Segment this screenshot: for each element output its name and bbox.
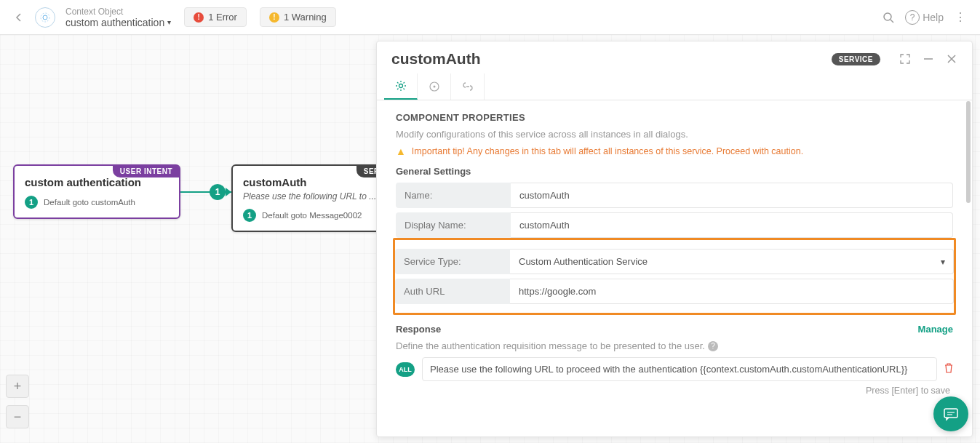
user-intent-tag: USER INTENT: [113, 165, 180, 177]
goto-text: Default goto Message0002: [262, 211, 362, 220]
svg-rect-8: [944, 409, 957, 418]
error-pill[interactable]: ! 1 Error: [184, 7, 247, 27]
tab-connections[interactable]: [451, 73, 485, 100]
back-button[interactable]: [9, 7, 29, 28]
zoom-controls: + −: [6, 375, 29, 428]
node-title: customAuth: [243, 176, 394, 188]
app-icon: [35, 7, 55, 28]
section-desc: Modify configurations of this service ac…: [396, 129, 953, 140]
name-input[interactable]: [511, 183, 953, 208]
service-badge: SERVICE: [832, 53, 880, 65]
topbar: Context Object custom authentication ▾ !…: [0, 0, 980, 35]
gear-icon: [395, 80, 407, 92]
general-settings-title: General Settings: [396, 166, 953, 177]
tab-settings[interactable]: [384, 73, 418, 100]
hint-text: Press [Enter] to save: [396, 386, 950, 396]
display-name-label: Display Name:: [396, 212, 511, 238]
manage-link[interactable]: Manage: [918, 324, 953, 335]
close-button[interactable]: [943, 50, 960, 68]
connector-badge[interactable]: 1: [210, 184, 226, 200]
field-display-name: Display Name:: [396, 212, 953, 238]
help-label: Help: [923, 12, 944, 23]
display-name-input[interactable]: [511, 212, 953, 238]
error-label: 1 Error: [208, 12, 237, 23]
alert-text: Important tip! Any changes in this tab w…: [412, 146, 803, 156]
step-badge: 1: [25, 196, 38, 209]
name-label: Name:: [396, 183, 511, 208]
field-service-type: Service Type: Custom Authentication Serv…: [395, 249, 954, 274]
panel-body: COMPONENT PROPERTIES Modify configuratio…: [377, 100, 972, 436]
panel-header: customAuth SERVICE: [377, 41, 972, 73]
node-goto: 1 Default goto customAuth: [25, 196, 169, 209]
zoom-in-button[interactable]: +: [6, 375, 29, 398]
svg-point-7: [433, 86, 435, 88]
breadcrumb-label: Context Object: [65, 7, 171, 17]
panel-title: customAuth: [391, 50, 832, 68]
field-name: Name:: [396, 183, 953, 208]
tab-instance[interactable]: [418, 73, 451, 100]
section-title: COMPONENT PROPERTIES: [396, 112, 953, 123]
all-badge: ALL: [396, 362, 415, 377]
service-type-label: Service Type:: [395, 249, 510, 274]
response-desc-text: Define the authentication requisition me…: [396, 340, 705, 351]
help-tooltip-icon[interactable]: ?: [708, 341, 718, 351]
help-button[interactable]: ? Help: [905, 10, 944, 25]
response-header: Response Manage: [396, 324, 953, 335]
target-icon: [429, 81, 440, 92]
response-input[interactable]: [422, 357, 937, 381]
properties-panel: customAuth SERVICE COMPONENT PROPERTIES …: [376, 41, 973, 437]
breadcrumb-dropdown[interactable]: custom authentication ▾: [65, 17, 171, 28]
node-goto: 1 Default goto Message0002: [243, 209, 394, 222]
chat-fab[interactable]: [933, 396, 968, 431]
svg-line-3: [891, 20, 893, 23]
field-auth-url: Auth URL: [395, 279, 954, 304]
zoom-out-button[interactable]: −: [6, 405, 29, 428]
delete-icon[interactable]: [944, 363, 953, 375]
warning-icon: !: [269, 12, 279, 23]
svg-point-1: [41, 13, 49, 22]
warning-triangle-icon: ▲: [396, 145, 406, 157]
chevron-down-icon: ▾: [167, 18, 171, 26]
service-type-select[interactable]: Custom Authentication Service: [510, 249, 954, 274]
step-badge: 1: [243, 209, 256, 222]
node-title: custom authentication: [25, 176, 169, 188]
highlighted-section: Service Type: Custom Authentication Serv…: [393, 238, 956, 315]
response-title: Response: [396, 324, 918, 335]
scrollbar-thumb[interactable]: [966, 101, 971, 203]
node-subtitle: Please use the following URL to ...: [243, 191, 394, 201]
auth-url-label: Auth URL: [395, 279, 510, 304]
minimize-button[interactable]: [920, 50, 937, 68]
svg-point-0: [43, 15, 47, 20]
breadcrumb-value-text: custom authentication: [65, 17, 164, 28]
breadcrumb: Context Object custom authentication ▾: [65, 7, 171, 28]
alert-row: ▲ Important tip! Any changes in this tab…: [396, 145, 953, 157]
connector-arrow-icon: [226, 188, 231, 196]
expand-button[interactable]: [896, 50, 914, 68]
warning-label: 1 Warning: [284, 12, 327, 23]
svg-point-2: [884, 13, 891, 20]
link-icon: [462, 81, 474, 92]
node-user-intent[interactable]: USER INTENT custom authentication 1 Defa…: [13, 164, 180, 219]
response-row: ALL: [396, 357, 953, 381]
response-desc: Define the authentication requisition me…: [396, 340, 953, 351]
help-icon: ?: [905, 10, 920, 25]
panel-tabs: [377, 73, 972, 100]
svg-point-5: [399, 84, 402, 88]
error-icon: !: [194, 12, 204, 23]
auth-url-input[interactable]: [510, 279, 954, 304]
goto-text: Default goto customAuth: [44, 198, 135, 207]
chat-icon: [943, 406, 959, 422]
kebab-menu[interactable]: ⋮: [949, 7, 971, 28]
warning-pill[interactable]: ! 1 Warning: [260, 7, 336, 27]
search-button[interactable]: [877, 7, 899, 28]
